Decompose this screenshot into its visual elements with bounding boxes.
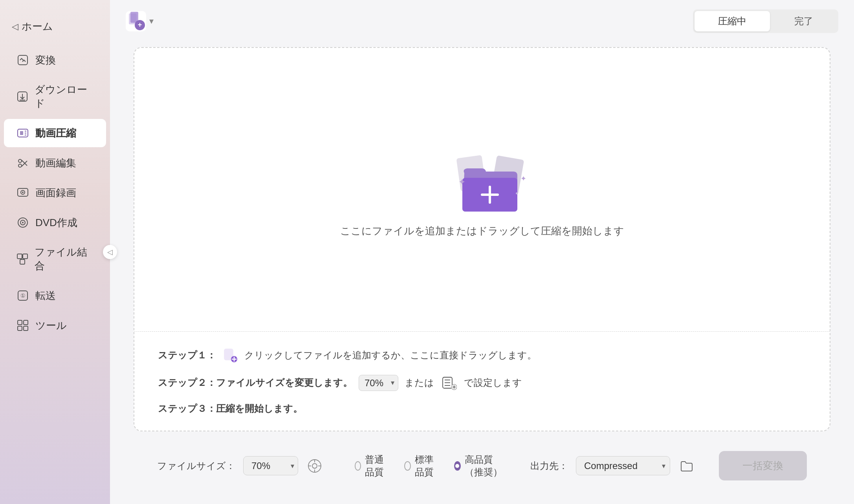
- sidebar-item-tools-label: ツール: [35, 319, 67, 332]
- output-field: 出力先： Compressed Desktop Downloads Custom…: [530, 456, 695, 475]
- output-select[interactable]: Compressed Desktop Downloads Custom...: [576, 456, 670, 475]
- merge-icon: [16, 252, 29, 266]
- svg-rect-20: [23, 254, 27, 259]
- drop-zone[interactable]: ✦ ✦ ● ここにファイルを追加またはドラッグして圧縮を開始します ステップ１：: [134, 47, 830, 431]
- file-size-select[interactable]: 70% 50% 30%: [243, 456, 298, 475]
- logo-chevron-icon[interactable]: ▾: [149, 16, 154, 26]
- svg-line-11: [22, 160, 27, 166]
- sidebar-item-video-edit-label: 動画編集: [35, 156, 76, 170]
- tab-done[interactable]: 完了: [771, 11, 837, 31]
- transfer-icon: ①: [16, 289, 30, 303]
- add-file-icon: [222, 347, 238, 363]
- instructions: ステップ１： クリックしてファイルを追加するか、ここに直接ドラッグします。 ステ…: [134, 332, 830, 431]
- step3-label: ステップ３：圧縮を開始します。: [158, 402, 302, 415]
- sidebar-item-dvd-label: DVD作成: [35, 216, 77, 230]
- quality-high[interactable]: 高品質（推奨）: [454, 453, 507, 478]
- svg-rect-5: [20, 131, 23, 135]
- sidebar-item-transfer-label: 転送: [35, 289, 56, 303]
- svg-rect-21: [20, 259, 25, 264]
- tools-icon: [16, 318, 30, 332]
- video-compress-icon: [16, 126, 30, 140]
- sidebar-item-video-compress[interactable]: 動画圧縮: [4, 119, 106, 147]
- svg-rect-19: [17, 254, 22, 259]
- drop-zone-upper[interactable]: ✦ ✦ ● ここにファイルを追加またはドラッグして圧縮を開始します: [134, 48, 830, 332]
- sidebar-item-convert-label: 変換: [35, 53, 56, 67]
- sidebar-item-merge-label: ファイル結合: [35, 245, 94, 273]
- svg-text:①: ①: [20, 292, 26, 299]
- sidebar-item-tools[interactable]: ツール: [4, 311, 106, 340]
- sidebar-item-transfer[interactable]: ① 転送: [4, 281, 106, 310]
- quality-options: 普通品質 標準品質 高品質（推奨）: [355, 453, 507, 478]
- svg-point-10: [18, 164, 22, 167]
- sidebar-item-merge[interactable]: ファイル結合: [4, 238, 106, 280]
- step3-row: ステップ３：圧縮を開始します。: [158, 402, 806, 415]
- sidebar-item-download-label: ダウンロード: [35, 83, 94, 110]
- svg-point-15: [22, 192, 24, 193]
- svg-point-9: [18, 159, 22, 163]
- size-select[interactable]: 70% 50% 30%: [359, 375, 398, 391]
- step1-label: ステップ１：: [158, 349, 216, 362]
- header: + ▾ 圧縮中 完了: [110, 0, 854, 39]
- content-area: ✦ ✦ ● ここにファイルを追加またはドラッグして圧縮を開始します ステップ１：: [110, 39, 854, 504]
- bottom-settings-icon[interactable]: [306, 457, 323, 475]
- step2-row: ステップ２：ファイルサイズを変更します。 70% 50% 30% または: [158, 374, 806, 391]
- home-label: ホーム: [22, 20, 53, 33]
- sidebar-nav: 変換 ダウンロード: [0, 45, 110, 492]
- output-label: 出力先：: [530, 460, 568, 472]
- svg-rect-26: [18, 326, 22, 331]
- quality-normal-label: 普通品質: [365, 453, 389, 478]
- settings-icon-btn[interactable]: [440, 374, 458, 391]
- quality-high-label: 高品質（推奨）: [465, 453, 507, 478]
- quality-standard-label: 標準品質: [415, 453, 438, 478]
- output-select-wrapper[interactable]: Compressed Desktop Downloads Custom...: [576, 456, 670, 475]
- scissors-icon: [16, 156, 30, 170]
- sidebar-item-convert[interactable]: 変換: [4, 46, 106, 74]
- svg-rect-24: [18, 320, 22, 325]
- home-arrow-icon: ◁: [12, 22, 18, 32]
- svg-rect-27: [24, 326, 28, 331]
- file-size-label: ファイルサイズ：: [157, 460, 235, 472]
- sidebar-item-screen-record[interactable]: 画面録画: [4, 179, 106, 207]
- svg-point-18: [22, 222, 24, 223]
- radio-high: [454, 461, 461, 471]
- bottom-bar: ファイルサイズ： 70% 50% 30%: [134, 443, 830, 496]
- radio-normal: [355, 461, 361, 471]
- open-folder-button[interactable]: [678, 457, 695, 475]
- header-tabs: 圧縮中 完了: [693, 9, 838, 33]
- tab-compressing[interactable]: 圧縮中: [695, 11, 770, 31]
- collapse-button[interactable]: ◁: [103, 245, 117, 259]
- step1-row: ステップ１： クリックしてファイルを追加するか、ここに直接ドラッグします。: [158, 347, 806, 363]
- svg-text:✦: ✦: [458, 177, 465, 187]
- svg-line-12: [22, 161, 27, 166]
- step2-label: ステップ２：ファイルサイズを変更します。: [158, 376, 352, 389]
- app-logo: + ▾: [126, 11, 154, 31]
- sidebar-item-video-edit[interactable]: 動画編集: [4, 149, 106, 177]
- quality-normal[interactable]: 普通品質: [355, 453, 389, 478]
- step2-or: または: [405, 376, 434, 389]
- step2-suffix: で設定します: [464, 376, 522, 389]
- radio-standard: [404, 461, 411, 471]
- convert-icon: [16, 53, 30, 67]
- sidebar-item-dvd[interactable]: DVD作成: [4, 208, 106, 237]
- dvd-icon: [16, 215, 30, 230]
- svg-text:●: ●: [515, 190, 518, 196]
- quality-standard[interactable]: 標準品質: [404, 453, 438, 478]
- drop-zone-text: ここにファイルを追加またはドラッグして圧縮を開始します: [340, 224, 624, 238]
- sidebar-item-download[interactable]: ダウンロード: [4, 76, 106, 117]
- main-content: + ▾ 圧縮中 完了: [110, 0, 854, 504]
- size-select-wrapper[interactable]: 70% 50% 30%: [359, 375, 398, 391]
- download-icon: [16, 89, 29, 104]
- svg-text:+: +: [138, 21, 142, 29]
- step1-text: クリックしてファイルを追加するか、ここに直接ドラッグします。: [244, 349, 537, 362]
- folder-illustration: ✦ ✦ ●: [447, 150, 517, 212]
- svg-text:✦: ✦: [520, 175, 526, 183]
- svg-point-51: [312, 464, 317, 468]
- convert-button[interactable]: 一括変換: [719, 451, 807, 480]
- home-button[interactable]: ◁ ホーム: [0, 12, 110, 45]
- sidebar: ◁ ホーム 変換 ダウ: [0, 0, 110, 504]
- logo-icon: +: [126, 11, 146, 31]
- file-size-select-wrapper[interactable]: 70% 50% 30%: [243, 456, 298, 475]
- svg-rect-25: [24, 320, 28, 325]
- file-size-field: ファイルサイズ： 70% 50% 30%: [157, 456, 323, 475]
- screen-record-icon: [16, 186, 30, 200]
